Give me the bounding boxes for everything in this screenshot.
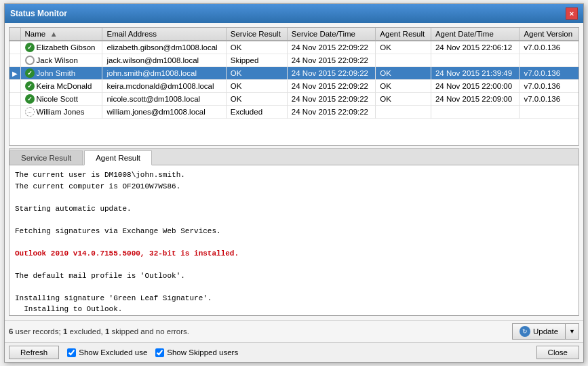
row-agent-datetime: 24 Nov 2015 22:09:00 <box>431 93 520 106</box>
window-close-button[interactable]: × <box>566 7 578 20</box>
row-agent-version: v7.0.0.136 <box>520 67 579 80</box>
log-line: The current computer is OF2010W7WS86. <box>15 182 180 190</box>
row-name: ···William Jones <box>20 106 102 119</box>
col-service-datetime[interactable]: Service Date/Time <box>287 28 376 41</box>
row-indicator <box>9 106 20 119</box>
table-row[interactable]: ✓Elizabeth Gibsonelizabeth.gibson@dm1008… <box>9 41 579 54</box>
row-agent-datetime: 24 Nov 2015 22:06:12 <box>431 41 520 54</box>
tab-agent-result[interactable]: Agent Result <box>84 150 152 165</box>
col-indicator <box>9 28 20 41</box>
log-line: The current user is DM1008\john.smith. <box>15 171 185 179</box>
row-agent-version <box>520 54 579 67</box>
row-name: ✓John Smith <box>20 67 102 80</box>
show-skipped-label[interactable]: Show Skipped users <box>155 348 238 357</box>
row-service-result: Skipped <box>226 54 287 67</box>
bottom-toolbar: Refresh Show Excluded use Show Skipped u… <box>5 342 583 362</box>
show-excluded-checkbox[interactable] <box>67 348 76 357</box>
col-agent-version[interactable]: Agent Version <box>520 28 579 41</box>
status-bar: 6 user records; 1 excluded, 1 skipped an… <box>5 320 583 342</box>
row-agent-result: OK <box>376 67 431 80</box>
show-excluded-label[interactable]: Show Excluded use <box>67 348 147 357</box>
row-email: elizabeth.gibson@dm1008.local <box>102 41 226 54</box>
update-icon: ↻ <box>520 326 530 337</box>
row-service-result: OK <box>226 67 287 80</box>
log-section: Service Result Agent Result The current … <box>9 148 579 316</box>
window-title: Status Monitor <box>10 9 67 18</box>
row-service-datetime: 24 Nov 2015 22:09:22 <box>287 54 376 67</box>
col-agent-result[interactable]: Agent Result <box>376 28 431 41</box>
row-name: ✓Nicole Scott <box>20 93 102 106</box>
row-agent-datetime: 24 Nov 2015 22:00:00 <box>431 80 520 93</box>
status-excl-icon: ··· <box>25 107 35 117</box>
col-service-result[interactable]: Service Result <box>226 28 287 41</box>
update-dropdown-button[interactable]: ▼ <box>565 323 579 340</box>
row-name: Jack Wilson <box>20 54 102 67</box>
row-indicator: ▶ <box>9 67 20 80</box>
row-agent-datetime <box>431 106 520 119</box>
table-row[interactable]: ···William Joneswilliam.jones@dm1008.loc… <box>9 106 579 119</box>
users-table: Name ▲ Email Address Service Result Serv… <box>9 28 579 119</box>
row-indicator <box>9 41 20 54</box>
current-row-arrow: ▶ <box>12 70 18 77</box>
row-service-result: OK <box>226 41 287 54</box>
title-bar: Status Monitor × <box>5 4 583 23</box>
row-indicator <box>9 93 20 106</box>
update-button-group: ↻ Update ▼ <box>512 323 579 340</box>
main-content: Name ▲ Email Address Service Result Serv… <box>5 23 583 320</box>
row-agent-result: OK <box>376 41 431 54</box>
row-agent-datetime: 24 Nov 2015 21:39:49 <box>431 67 520 80</box>
row-indicator <box>9 80 20 93</box>
status-ok-icon: ✓ <box>25 94 35 104</box>
log-line: Installing to Outlook. <box>15 305 122 313</box>
row-agent-version <box>520 106 579 119</box>
row-agent-result <box>376 54 431 67</box>
log-output: The current user is DM1008\john.smith. T… <box>9 165 579 315</box>
status-ok-icon: ✓ <box>25 43 35 52</box>
row-email: john.smith@dm1008.local <box>102 67 226 80</box>
col-name[interactable]: Name ▲ <box>20 28 102 41</box>
row-email: keira.mcdonald@dm1008.local <box>102 80 226 93</box>
tab-service-result[interactable]: Service Result <box>9 150 83 165</box>
row-name: ✓Keira McDonald <box>20 80 102 93</box>
log-line: Installing signature 'Green Leaf Signatu… <box>15 294 212 302</box>
row-agent-result: OK <box>376 93 431 106</box>
row-service-result: Excluded <box>226 106 287 119</box>
sort-arrow-icon: ▲ <box>50 30 57 38</box>
update-button[interactable]: ↻ Update <box>512 323 565 340</box>
row-agent-result <box>376 106 431 119</box>
row-service-datetime: 24 Nov 2015 22:09:22 <box>287 93 376 106</box>
close-button[interactable]: Close <box>536 346 579 359</box>
row-agent-datetime <box>431 54 520 67</box>
status-skip-icon <box>25 56 35 65</box>
col-email[interactable]: Email Address <box>102 28 226 41</box>
row-email: jack.wilson@dm1008.local <box>102 54 226 67</box>
row-agent-version: v7.0.0.136 <box>520 41 579 54</box>
table-body: ✓Elizabeth Gibsonelizabeth.gibson@dm1008… <box>9 41 579 119</box>
tab-bar: Service Result Agent Result <box>9 149 579 165</box>
row-name: ✓Elizabeth Gibson <box>20 41 102 54</box>
status-ok-icon: ✓ <box>25 68 35 78</box>
row-email: william.jones@dm1008.local <box>102 106 226 119</box>
log-line: Fetching signatures via Exchange Web Ser… <box>15 227 221 235</box>
col-agent-datetime[interactable]: Agent Date/Time <box>431 28 520 41</box>
status-text: 6 user records; 1 excluded, 1 skipped an… <box>9 327 189 336</box>
row-agent-result: OK <box>376 80 431 93</box>
show-skipped-checkbox[interactable] <box>155 348 164 357</box>
table-row[interactable]: ✓Nicole Scottnicole.scott@dm1008.localOK… <box>9 93 579 106</box>
log-highlight: Outlook 2010 v14.0.7155.5000, 32-bit is … <box>15 249 239 258</box>
row-service-datetime: 24 Nov 2015 22:09:22 <box>287 106 376 119</box>
table-row[interactable]: Jack Wilsonjack.wilson@dm1008.localSkipp… <box>9 54 579 67</box>
table-row[interactable]: ▶✓John Smithjohn.smith@dm1008.localOK24 … <box>9 67 579 80</box>
log-line: The default mail profile is 'Outlook'. <box>15 272 185 280</box>
row-agent-version: v7.0.0.136 <box>520 80 579 93</box>
row-service-datetime: 24 Nov 2015 22:09:22 <box>287 80 376 93</box>
status-ok-icon: ✓ <box>25 81 35 91</box>
status-monitor-window: Status Monitor × Name ▲ Email Address Se… <box>4 3 584 363</box>
row-service-datetime: 24 Nov 2015 22:09:22 <box>287 67 376 80</box>
users-table-container: Name ▲ Email Address Service Result Serv… <box>9 27 579 146</box>
row-indicator <box>9 54 20 67</box>
row-service-datetime: 24 Nov 2015 22:09:22 <box>287 41 376 54</box>
row-service-result: OK <box>226 93 287 106</box>
refresh-button[interactable]: Refresh <box>9 346 59 359</box>
table-row[interactable]: ✓Keira McDonaldkeira.mcdonald@dm1008.loc… <box>9 80 579 93</box>
